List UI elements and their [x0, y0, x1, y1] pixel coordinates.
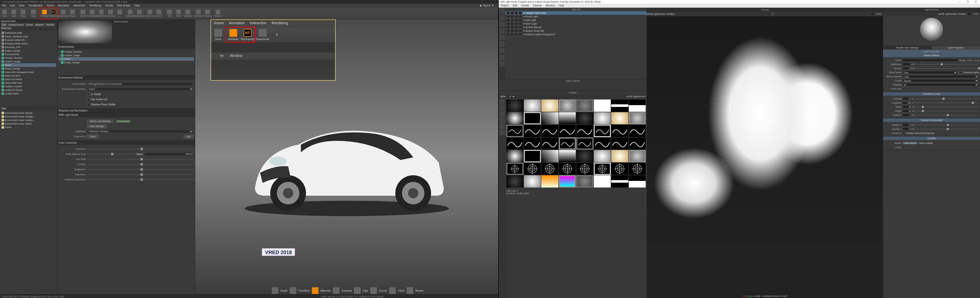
height-field[interactable] [902, 109, 915, 113]
preset-thumb[interactable] [559, 175, 576, 187]
hu-slider[interactable] [916, 125, 978, 125]
tool-more[interactable]: ... [115, 8, 124, 19]
lat-field[interactable] [902, 97, 915, 100]
value-blend-badge[interactable]: Value Blend [902, 142, 918, 144]
tag-item[interactable]: Environment Asset: Backpl... [1, 111, 56, 115]
preset-thumb[interactable] [594, 112, 611, 125]
env-item[interactable]: 4 Empty_Garage [59, 61, 194, 64]
preset-thumb[interactable] [629, 175, 646, 187]
menu-help[interactable]: Help [132, 3, 142, 8]
lightpaint-select[interactable]: Reflection Painting [87, 130, 193, 133]
whitebalance-field[interactable] [144, 152, 193, 156]
tag-item[interactable]: Environment Asset: Outdoo... [1, 118, 56, 122]
menu-view[interactable]: View [17, 3, 26, 8]
link-cameras-icon[interactable] [333, 287, 339, 294]
preset-thumb[interactable] [629, 138, 646, 150]
tool-new[interactable]: New [0, 8, 9, 19]
edit-load-button[interactable]: Edit & Load Settings [87, 119, 114, 123]
tool-wireframe[interactable]: Wireframe [97, 8, 106, 19]
preset-thumb[interactable] [541, 125, 558, 137]
opacity-field[interactable] [902, 67, 915, 70]
hv-slider[interactable] [916, 129, 978, 129]
ll-btn-3[interactable] [499, 21, 505, 27]
preset-thumb[interactable] [559, 150, 576, 162]
close-button[interactable]: ✕ [972, 0, 980, 3]
preset-thumb[interactable] [541, 138, 558, 150]
cc-slider[interactable] [87, 179, 193, 180]
link-render-icon[interactable] [407, 287, 413, 294]
lp-colorspace[interactable]: sRGB (rgbMonitor) [938, 13, 958, 15]
sect-content[interactable]: Content [883, 136, 980, 140]
material-item[interactable]: Glass white 3mm [1, 81, 56, 85]
material-tree[interactable]: Dashboard whiteDecal_Autodesk_LogoEmissi… [0, 30, 57, 97]
material-item[interactable]: Emissive White Switch [1, 42, 56, 45]
menu-rendering[interactable]: Rendering [87, 3, 103, 8]
material-item[interactable]: Leather A Switch [1, 85, 56, 88]
light-item[interactable]: ● Dark Light [505, 18, 647, 22]
material-item[interactable]: Orange_Seaview [1, 56, 56, 60]
hmenu-canvas[interactable]: Canvas [531, 3, 544, 8]
ll-btn-1[interactable] [499, 8, 505, 14]
link-transform-icon[interactable] [290, 287, 296, 294]
tool-save[interactable]: Save [29, 8, 38, 19]
preset-thumb[interactable] [506, 138, 523, 150]
material-item[interactable]: Outdoor_Stage [1, 60, 56, 63]
cc-slider[interactable] [87, 159, 193, 160]
tool-grid[interactable]: Grid [165, 8, 174, 19]
light-item[interactable]: ● Warm Light [505, 22, 647, 25]
arealight-checkbox[interactable] [902, 87, 905, 90]
shadow-checkbox[interactable] [87, 103, 90, 106]
preset-thumb[interactable] [541, 150, 558, 162]
preset-thumb[interactable] [541, 112, 558, 125]
tool-transform[interactable]: Transform [183, 8, 192, 19]
height-slider[interactable] [916, 111, 978, 111]
rot-slider[interactable] [916, 115, 978, 115]
material-item[interactable]: Leather B Switch [1, 88, 56, 92]
preset-thumb[interactable] [629, 125, 646, 137]
tool-fullscreen[interactable]: Fullscreen [126, 8, 135, 19]
tab-create[interactable]: Create/Convert [7, 23, 25, 27]
preset-thumb[interactable] [506, 100, 523, 112]
link-curves-icon[interactable] [370, 287, 377, 294]
env-item[interactable]: 1 Orange_Seaview [59, 50, 194, 54]
ll-btn-6[interactable] [499, 41, 505, 47]
preset-thumb[interactable] [629, 150, 646, 162]
hmenu-create[interactable]: Create [519, 3, 531, 8]
link-clips-icon[interactable] [354, 287, 361, 294]
mapping-select[interactable]: 3D [902, 83, 979, 86]
preset-thumb[interactable] [506, 175, 523, 187]
tool-import[interactable]: Import [18, 8, 27, 19]
tab-window[interactable]: Window [45, 23, 56, 27]
menu-scene[interactable]: Scene [45, 3, 56, 8]
preset-grid[interactable] [505, 98, 647, 189]
tag-item[interactable]: Environment Asset: Orange... [1, 115, 56, 118]
tool-showall[interactable]: Show All [145, 8, 154, 19]
cc-slider[interactable] [87, 154, 135, 154]
ll-btn-8[interactable] [499, 55, 505, 60]
lon-field[interactable] [902, 101, 915, 105]
tool-isolate[interactable]: Isolate [78, 8, 88, 19]
cc-slider[interactable] [87, 169, 193, 170]
material-item[interactable]: Environments [1, 52, 56, 56]
preset-thumb[interactable] [594, 150, 611, 162]
quit-button[interactable]: Quit [183, 135, 193, 138]
preset-thumb[interactable] [594, 163, 611, 175]
preset-side-5[interactable] [499, 124, 505, 129]
name-field[interactable] [902, 59, 979, 62]
preset-side-6[interactable] [499, 130, 505, 135]
blendmode-select[interactable]: Over [902, 71, 958, 74]
tool-selection[interactable]: Selection [194, 8, 203, 19]
tool-texturing[interactable]: Texturing [203, 8, 212, 19]
tool-raytracing[interactable]: RTRaytracing [49, 8, 58, 19]
light-item[interactable]: ● 3k Mole Blurred [505, 25, 647, 29]
material-item[interactable]: Glass 40% transparent 3mm [1, 70, 56, 74]
light-item[interactable]: ● Square Small Rad [505, 29, 647, 33]
preserve-alpha-checkbox[interactable] [959, 71, 963, 74]
maximize-button[interactable]: ☐ [964, 0, 972, 3]
menu-scripts[interactable]: Scripts [103, 3, 115, 8]
tool-sceneplates[interactable]: Sceneplates [88, 8, 97, 19]
preset-thumb[interactable] [576, 100, 593, 112]
preset-thumb[interactable] [629, 100, 646, 112]
preset-thumb[interactable] [611, 100, 628, 112]
tool-presentation[interactable]: Presentation [135, 8, 144, 19]
